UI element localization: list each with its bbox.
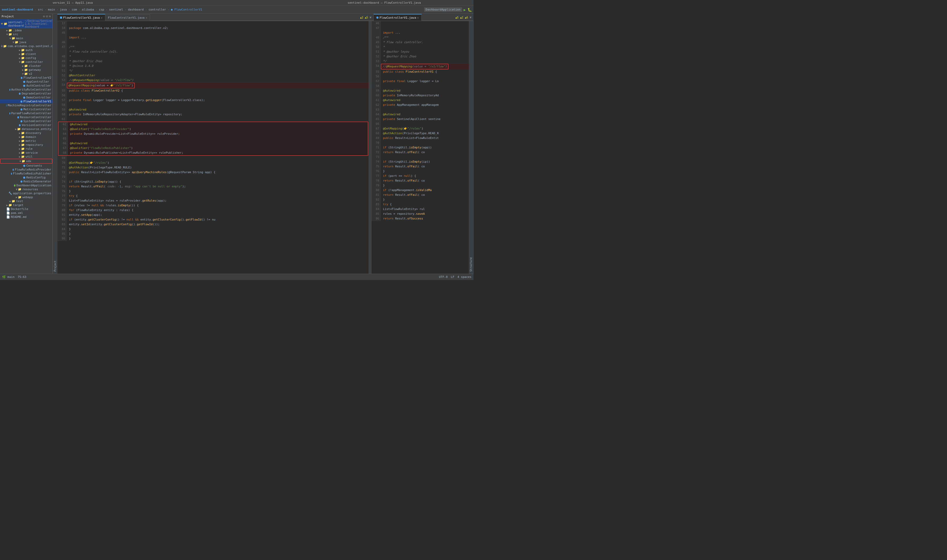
right-line-77: 77 if (port == null) { (371, 174, 469, 178)
tree-item-resources[interactable]: ▼ 📁 resources (0, 188, 52, 191)
line-53: 53 //@RequestMapping(value = "/v2/flow") (57, 78, 369, 83)
tab-close-flowv2[interactable]: ✕ (101, 16, 102, 19)
tree-item-client[interactable]: ▶ 📁 client (0, 52, 52, 56)
breadcrumb-sentinel[interactable]: sentinel (109, 8, 123, 11)
line-73: 73 (57, 175, 369, 180)
scrollbar-middle[interactable] (369, 21, 371, 274)
tree-item-idea[interactable]: ▶ 📁 .idea (0, 28, 52, 32)
tree-item-domain[interactable]: ▶ 📁 domain (0, 135, 52, 139)
structure-panel-tab[interactable]: Structure (469, 21, 473, 274)
breadcrumb-csp[interactable]: csp (99, 8, 104, 11)
line-80: 80 for (FlowRuleEntity entity : rules) { (57, 208, 369, 212)
tree-item-demo[interactable]: DemoController (0, 95, 52, 100)
tree-item-util[interactable]: ▶ 📁 util (0, 155, 52, 159)
tab-close-left[interactable]: ✕ (146, 16, 147, 19)
tree-item-main[interactable]: ▼ 📁 main (0, 36, 52, 40)
gear-icon[interactable]: ⚙ (43, 14, 45, 18)
breadcrumb-src[interactable]: src (38, 8, 43, 11)
tree-item-appprops[interactable]: 🔧 application.properties (0, 191, 52, 195)
tree-item-rule[interactable]: ▶ 📁 rule (0, 147, 52, 151)
tree-item-flowruleredispublisher[interactable]: FlowRuleRedisPublisher (0, 172, 52, 175)
right-line-83: 83 try { (371, 202, 469, 207)
tab-name-flowv1-right: FlowControllerV1.java (380, 16, 416, 20)
breadcrumb-file[interactable]: ● FlowControllerV1 (171, 8, 202, 11)
tree-item-cluster[interactable]: ▶ 📁 cluster (0, 64, 52, 68)
line-78: 78 List<FlowRuleEntity> rules = ruleProv… (57, 198, 369, 203)
tree-item-java[interactable]: ▼ 📁 java (0, 40, 52, 44)
tree-item-redisconfig[interactable]: RedisConfig (0, 175, 52, 180)
right-line-48: 48 /** (371, 35, 469, 40)
tree-item-xdx[interactable]: ▼ 📁 xdx (0, 159, 52, 164)
tree-item-metric-folder[interactable]: ▶ 📁 metric (0, 139, 52, 143)
tree-item-config[interactable]: ▶ 📁 config (0, 56, 52, 60)
tree-item-auth[interactable]: ▶ 📁 auth (0, 48, 52, 52)
breadcrumb-java[interactable]: java (60, 8, 67, 11)
right-line-85: 85 rules = repository.saveA (371, 212, 469, 216)
tree-item-target[interactable]: ▶ 📁 target (0, 203, 52, 207)
project-name[interactable]: sentinel-dashboard (2, 8, 33, 11)
right-line-79: 79 } (371, 183, 469, 188)
tab-close-right[interactable]: ✕ (417, 16, 419, 19)
tree-item-webapp[interactable]: ▶ 📁 webapp (0, 195, 52, 199)
breadcrumb-controller[interactable]: controller (148, 8, 166, 11)
tab-bar-left: FlowControllerV2.java ✕ FlowControllerV1… (57, 14, 473, 21)
tree-item-constants[interactable]: Constants (0, 164, 52, 168)
expand-btn-left[interactable]: ▼ (370, 16, 371, 19)
tree-item-appctrl[interactable]: AppController (0, 80, 52, 84)
line-68: 68 private DynamicRulePublisher<List<Flo… (59, 151, 368, 155)
tree-item-flowv1[interactable]: FlowControllerV1 (0, 100, 52, 103)
tree-item-readme[interactable]: 📄 README.md (0, 215, 52, 219)
tree-item-system[interactable]: SystemController (0, 119, 52, 123)
line-86: 86 } (57, 236, 369, 241)
tree-item-dockerfile[interactable]: 📄 Dockerfile (0, 207, 52, 211)
tree-item-repository[interactable]: ▶ 📁 repository (0, 143, 52, 147)
breadcrumb-alibaba[interactable]: alibaba (82, 8, 94, 11)
tree-item-controller[interactable]: ▼ 📁 controller (0, 60, 52, 64)
project-tab[interactable]: Project (52, 14, 57, 274)
right-line-74: 74 if (StringUtil.isEmpty(ip)) (371, 160, 469, 164)
tab-flowv1-left[interactable]: FlowControllerV1.java ✕ (105, 14, 150, 21)
right-line-70: 70 (371, 140, 469, 145)
line-84: 84 } (57, 227, 369, 232)
line-col: 75:63 (18, 275, 26, 279)
tab-flowv1-right[interactable]: FlowControllerV1.java ✕ (374, 14, 422, 21)
tree-item-paramflow[interactable]: ParamFlowRuleController (0, 111, 52, 115)
expand-icon[interactable]: ⊟ (46, 14, 48, 18)
tree-item-dashapp[interactable]: DashboardApplication (0, 183, 52, 188)
tree-item-src[interactable]: ▼ 📁 src (0, 32, 52, 36)
tree-item-resource[interactable]: ResourceController (0, 115, 52, 119)
filter-icon[interactable]: ≡ (49, 14, 51, 18)
line-66: 66 @Autowired (59, 141, 368, 146)
tree-item-datasource[interactable]: ▶ 📁 datasource.entity (0, 127, 52, 131)
run-btn[interactable]: ▶ (464, 8, 466, 12)
tree-item-test[interactable]: ▶ 📁 test (0, 199, 52, 203)
tree-item-redisidgen[interactable]: RedisIdGenerator (0, 180, 52, 183)
tree-item-authorityrule[interactable]: AuthorityRuleController (0, 88, 52, 92)
tab-flowv2[interactable]: FlowControllerV2.java ✕ (57, 14, 105, 21)
tree-item-metric[interactable]: MetricController (0, 108, 52, 111)
right-line-78: 78 return Result.ofFail( co (371, 178, 469, 183)
status-bar: 🌿 main 75:63 UTF-8 LF 4 spaces (0, 274, 473, 280)
tree-item-discovery[interactable]: ▶ 📁 discovery (0, 131, 52, 135)
code-panel-right[interactable]: 46 47 import ... 48 /** (371, 21, 469, 274)
breadcrumb-com[interactable]: com (72, 8, 77, 11)
tree-item-degrade[interactable]: DegradeController (0, 92, 52, 95)
tree-item-flowruleredisprovider[interactable]: FlowRuleRedisProvider (0, 168, 52, 172)
tree-item-package[interactable]: ▼ 📁 com.alibaba.csp.sentinel.dashboard (0, 44, 52, 48)
expand-btn-right[interactable]: ▼ (470, 16, 471, 19)
tree-item-root[interactable]: ▼ 📁 sentinel-dashboard ~/Desktop/Sentine… (0, 19, 52, 28)
tree-item-authctrl[interactable]: AuthController (0, 84, 52, 88)
breadcrumb-dashboard[interactable]: dashboard (128, 8, 144, 11)
tree-item-v2[interactable]: ▼ 📁 v2 (0, 72, 52, 76)
tree-item-pomxml[interactable]: 📄 pom.xml (0, 211, 52, 215)
tree-item-version[interactable]: VersionController (0, 123, 52, 127)
breadcrumb-main[interactable]: main (48, 8, 55, 11)
git-branch: 🌿 main (2, 275, 14, 279)
code-content: 17 18 package com.alibaba.csp.sentinel.d… (57, 21, 473, 274)
tree-item-service[interactable]: ▶ 📁 service (0, 151, 52, 155)
code-panel-left[interactable]: 17 18 package com.alibaba.csp.sentinel.d… (57, 21, 369, 274)
tree-item-flowv2[interactable]: FlowControllerV2 (0, 76, 52, 80)
tree-item-machinereg[interactable]: MachineRegistryController (0, 103, 52, 108)
debug-btn[interactable]: 🐛 (467, 8, 472, 12)
tree-item-gateway[interactable]: ▶ 📁 gateway (0, 68, 52, 72)
